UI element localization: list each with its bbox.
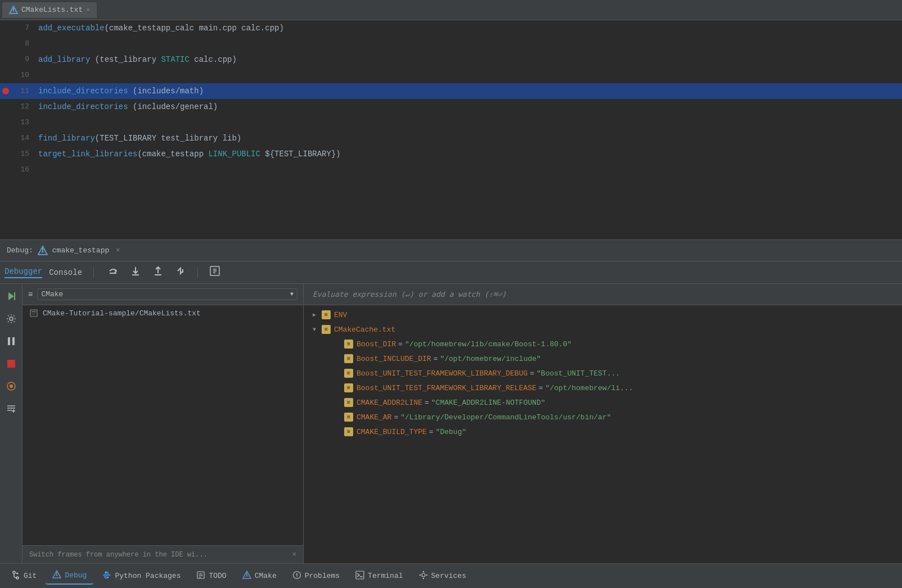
vars-search-bar[interactable]: Evaluate expression (↵) or add a watch (… [304,284,902,305]
debug-session-header: Debug: cmake_testapp × [0,240,902,261]
var-icon: ≡ [344,340,353,349]
code-line[interactable]: 8 [0,36,902,52]
svg-point-23 [10,385,13,388]
settings-icon[interactable] [3,311,19,327]
line-content: include_directories (includes/math) [38,83,902,99]
var-row[interactable]: ≡CMAKE_BUILD_TYPE = "Debug" [304,424,902,439]
var-name: Boost_DIR [357,340,396,349]
line-number: 11 [11,83,38,99]
frame-item[interactable]: CMake-Tutorial-sample/CMakeLists.txt [22,305,303,321]
var-icon: ≡ [344,383,353,392]
svg-point-58 [419,574,420,575]
status-todo-label: TODO [209,572,226,580]
var-row[interactable]: ▼≡CMakeCache.txt [304,322,902,337]
debug-label: Debug: [7,246,33,255]
status-services[interactable]: Services [412,568,473,584]
cmake-tab[interactable]: CMakeLists.txt × [2,2,97,18]
terminal-icon [355,571,364,582]
pause-icon[interactable] [3,333,19,349]
status-cmake[interactable]: CMake [236,568,283,584]
status-python-packages[interactable]: Python Packages [96,568,187,584]
expand-arrow: ▶ [313,311,322,318]
show-variables-icon[interactable] [207,264,223,281]
code-line[interactable]: 12include_directories (includes/general) [0,99,902,115]
line-number: 15 [11,146,38,162]
var-name: Boost_INCLUDE_DIR [357,355,431,363]
code-line[interactable]: 11include_directories (includes/math) [0,83,902,99]
breakpoint-area [0,88,11,94]
run-to-cursor-icon[interactable] [173,264,188,281]
code-line[interactable]: 15target_link_libraries(cmake_testapp LI… [0,146,902,162]
step-into-icon[interactable] [128,264,143,281]
code-line[interactable]: 16 [0,162,902,178]
code-line[interactable]: 7add_executable(cmake_testapp_calc main.… [0,20,902,36]
python-icon [102,571,111,582]
dropdown-arrow: ▼ [290,291,294,297]
line-content: find_library(TEST_LIBRARY test_library l… [38,130,902,146]
frame-menu-icon: ≡ [28,290,33,299]
svg-point-59 [426,574,427,575]
code-line[interactable]: 14find_library(TEST_LIBRARY test_library… [0,130,902,146]
debug-body: ≡ CMake ▼ CMake-Tutorial-sample/CMakeLis… [0,284,902,563]
var-name: ENV [334,311,347,319]
svg-point-42 [108,577,109,578]
svg-rect-31 [31,313,36,313]
var-row[interactable]: ≡Boost_INCLUDE_DIR = "/opt/homebrew/incl… [304,351,902,366]
status-git-label: Git [24,572,37,580]
line-content: include_directories (includes/general) [38,99,902,115]
status-problems[interactable]: Problems [286,568,346,584]
var-row[interactable]: ≡Boost_DIR = "/opt/homebrew/lib/cmake/Bo… [304,337,902,351]
svg-point-55 [422,573,425,577]
var-icon: ≡ [344,398,353,407]
debug-session-close[interactable]: × [116,247,120,255]
resume-icon[interactable] [3,288,19,304]
var-icon: ≡ [322,310,331,319]
var-name: CMakeCache.txt [334,325,395,334]
var-row[interactable]: ≡CMAKE_ADDR2LINE = "CMAKE_ADDR2LINE-NOTF… [304,395,902,410]
code-line[interactable]: 10 [0,67,902,83]
debug-toolbar: Debugger Console [0,261,902,284]
new-watch-icon[interactable] [3,401,19,417]
svg-rect-19 [8,337,10,345]
var-value: "/opt/homebrew/lib/cmake/Boost-1.80.0" [405,340,571,349]
toolbar-divider [93,267,94,278]
svg-rect-32 [31,314,35,315]
code-line[interactable]: 9add_library (test_library STATIC calc.c… [0,52,902,67]
line-number: 7 [11,20,38,36]
svg-marker-16 [8,292,14,300]
var-name: CMAKE_BUILD_TYPE [357,428,427,436]
status-terminal[interactable]: Terminal [349,568,409,584]
status-debug[interactable]: Debug [46,568,93,585]
status-bar: Git Debug Python Packages [0,563,902,588]
frame-dropdown[interactable]: CMake ▼ [37,288,297,300]
var-value: "/Library/Developer/CommandLineTools/usr… [400,413,611,422]
frame-panel: ≡ CMake ▼ CMake-Tutorial-sample/CMakeLis… [22,284,304,563]
var-row[interactable]: ≡CMAKE_AR = "/Library/Developer/CommandL… [304,410,902,424]
status-git[interactable]: Git [4,568,43,584]
tab-console[interactable]: Console [49,268,82,277]
step-over-icon[interactable] [105,264,121,281]
status-python-label: Python Packages [115,572,181,580]
switch-frames-close[interactable]: × [292,551,296,559]
line-number: 16 [11,162,38,178]
var-row[interactable]: ▶≡ENV [304,307,902,322]
rerun-icon[interactable] [3,378,19,394]
line-number: 10 [11,67,38,83]
debug-session-icon [38,246,48,256]
svg-point-56 [422,571,423,572]
var-row[interactable]: ≡Boost_UNIT_TEST_FRAMEWORK_LIBRARY_RELEA… [304,381,902,395]
status-terminal-label: Terminal [368,572,403,580]
var-row[interactable]: ≡Boost_UNIT_TEST_FRAMEWORK_LIBRARY_DEBUG… [304,366,902,381]
status-todo[interactable]: TODO [190,568,233,584]
tab-debugger[interactable]: Debugger [4,267,42,278]
tab-close[interactable]: × [86,7,90,13]
stop-icon[interactable] [3,356,19,372]
switch-frames-bar: Switch frames from anywhere in the IDE w… [22,545,303,563]
code-line[interactable]: 13 [0,115,902,130]
services-icon [419,571,428,582]
cmake-status-icon [242,571,251,582]
step-out-icon[interactable] [150,264,166,281]
line-content: add_executable(cmake_testapp_calc main.c… [38,20,902,36]
svg-rect-30 [31,311,36,312]
var-icon: ≡ [322,325,331,334]
